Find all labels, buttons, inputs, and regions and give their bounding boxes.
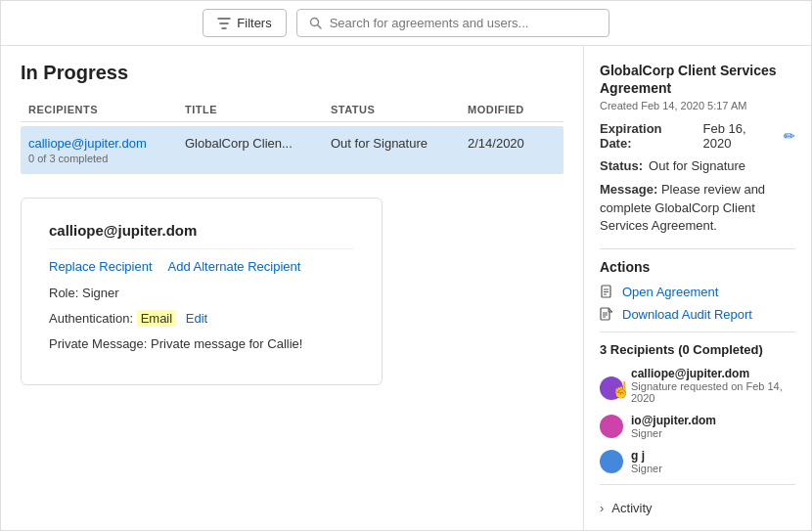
recipient-email-3: g j [631, 449, 662, 463]
auth-label: Authentication: [49, 311, 133, 326]
expiration-value: Feb 16, 2020 [703, 121, 778, 151]
card-actions: Replace Recipient Add Alternate Recipien… [49, 259, 354, 274]
activity-label: Activity [611, 501, 652, 515]
search-input[interactable] [330, 16, 597, 30]
message-label: Message: [600, 182, 657, 197]
recipient-info-3: g j Signer [631, 449, 662, 474]
detail-card: calliope@jupiter.dom Replace Recipient A… [21, 198, 383, 385]
divider-3 [600, 484, 795, 485]
recipient-sub-2: Signer [631, 427, 716, 439]
message-field: Message: Please review and complete Glob… [600, 181, 795, 235]
filter-icon [217, 17, 231, 30]
divider-1 [600, 248, 795, 249]
search-box [296, 9, 609, 37]
expiration-field: Expiration Date: Feb 16, 2020 ✏ [600, 121, 795, 151]
col-status: STATUS [331, 104, 468, 115]
modified-cell: 2/14/2020 [468, 136, 556, 151]
recipient-info-2: io@jupiter.dom Signer [631, 414, 716, 439]
status-label: Status: [600, 158, 643, 173]
activity-row[interactable]: › Activity [600, 495, 795, 521]
open-agreement-icon [600, 285, 614, 299]
card-email: calliope@jupiter.dom [49, 222, 354, 249]
recipient-email-2: io@jupiter.dom [631, 414, 716, 427]
table-header: RECIPIENTS TITLE STATUS MODIFIED [21, 98, 564, 122]
avatar-2 [600, 415, 623, 438]
agreement-title: GlobalCorp Client Services Agreement [600, 62, 795, 97]
auth-value-text: Email [141, 311, 173, 326]
open-agreement-action[interactable]: Open Agreement [600, 285, 795, 299]
recipient-cell: calliope@jupiter.dom 0 of 3 completed [28, 136, 185, 164]
divider-2 [600, 332, 795, 332]
download-audit-icon [600, 307, 614, 322]
auth-field: Authentication: Email Edit [49, 310, 354, 327]
activity-chevron-icon: › [600, 501, 604, 515]
recipient-email: calliope@jupiter.dom [28, 136, 185, 151]
filter-button[interactable]: Filters [203, 9, 286, 37]
status-cell: Out for Signature [331, 136, 468, 151]
recipient-email-1: calliope@jupiter.dom [631, 367, 795, 380]
avatar-3 [600, 450, 623, 473]
auth-edit-link[interactable]: Edit [186, 311, 207, 326]
svg-line-1 [317, 25, 321, 29]
search-icon [309, 17, 322, 29]
recipient-item-1: ☝ calliope@jupiter.dom Signature request… [600, 367, 795, 404]
recipients-title: 3 Recipients (0 Completed) [600, 342, 795, 357]
recipient-sub-3: Signer [631, 463, 662, 474]
auth-value: Email [137, 310, 177, 327]
download-audit-action[interactable]: Download Audit Report [600, 307, 795, 322]
private-label: Private Message: [49, 336, 147, 351]
recipient-item-3: g j Signer [600, 449, 795, 474]
main-content: In Progress RECIPIENTS TITLE STATUS MODI… [1, 46, 811, 530]
recipient-sub-1: Signature requested on Feb 14, 2020 [631, 380, 795, 404]
role-value: Signer [82, 286, 119, 300]
actions-title: Actions [600, 259, 795, 275]
download-audit-label: Download Audit Report [622, 307, 752, 322]
role-label: Role: [49, 286, 78, 300]
add-alternate-link[interactable]: Add Alternate Recipient [168, 259, 301, 274]
status-field: Status: Out for Signature [600, 158, 795, 173]
recipient-item-2: io@jupiter.dom Signer [600, 414, 795, 439]
expiration-edit-icon[interactable]: ✏ [784, 128, 795, 144]
recipient-completed: 0 of 3 completed [28, 153, 185, 164]
status-value: Out for Signature [649, 158, 745, 173]
left-panel: In Progress RECIPIENTS TITLE STATUS MODI… [1, 46, 584, 530]
toolbar: Filters [1, 1, 811, 46]
role-field: Role: Signer [49, 286, 354, 300]
agreement-created: Created Feb 14, 2020 5:17 AM [600, 100, 795, 111]
replace-recipient-link[interactable]: Replace Recipient [49, 259, 153, 274]
filter-label: Filters [237, 16, 271, 30]
section-title: In Progress [21, 62, 564, 84]
private-field: Private Message: Private message for Cal… [49, 336, 354, 351]
title-cell: GlobalCorp Clien... [185, 136, 331, 151]
avatar-1 [600, 376, 623, 400]
col-modified: MODIFIED [468, 104, 556, 115]
private-value: Private message for Callie! [151, 336, 302, 351]
right-panel: GlobalCorp Client Services Agreement Cre… [584, 46, 811, 530]
recipient-info-1: calliope@jupiter.dom Signature requested… [631, 367, 795, 404]
col-recipients: RECIPIENTS [28, 104, 185, 115]
table-row[interactable]: calliope@jupiter.dom 0 of 3 completed Gl… [21, 126, 564, 174]
col-title: TITLE [185, 104, 331, 115]
open-agreement-label: Open Agreement [622, 285, 718, 299]
app-container: Filters In Progress RECIPIENTS TITLE STA… [0, 0, 812, 531]
expiration-label: Expiration Date: [600, 121, 698, 151]
